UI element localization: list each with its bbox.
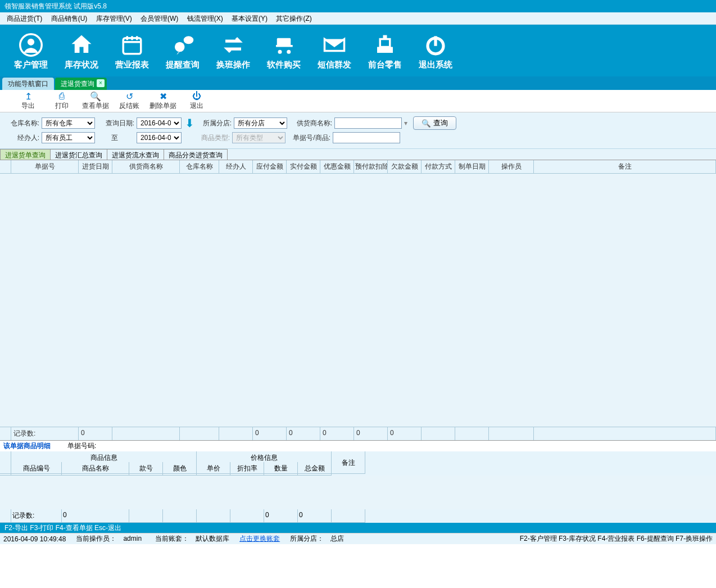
reverse-icon: ↺ — [112, 91, 146, 101]
action-print[interactable]: ⎙打印 — [45, 91, 79, 111]
branch-label: 所属分店: — [198, 119, 232, 128]
action-bar: ↥导出 ⎙打印 🔍查看单据 ↺反结账 ✖删除单据 ⏻退出 — [0, 90, 716, 112]
query-date-label: 查询日期: — [95, 119, 134, 128]
sku-input[interactable] — [333, 132, 400, 143]
tab-inout-query[interactable]: 进退货查询 × — [55, 78, 107, 90]
power-icon — [410, 31, 461, 58]
menu-member[interactable]: 会员管理(W) — [137, 12, 182, 25]
menu-settings[interactable]: 基本设置(Y) — [228, 12, 271, 25]
sub-tab-summary[interactable]: 进退货汇总查询 — [50, 149, 107, 160]
menu-goods-in[interactable]: 商品进货(T) — [3, 12, 46, 25]
svg-rect-10 — [383, 35, 387, 39]
action-exit[interactable]: ⏻退出 — [180, 91, 214, 111]
switch-db-link[interactable]: 点击更换账套 — [236, 534, 283, 544]
detail-grid: 商品信息 价格信息 备注 商品编号 商品名称 款号 颜色 单价 折扣率 数量 总… — [0, 451, 716, 523]
ptype-select: 所有类型 — [232, 132, 286, 143]
col-docno[interactable]: 单据号 — [11, 160, 79, 173]
warehouse-label: 仓库名称: — [6, 119, 39, 128]
mail-icon — [309, 31, 360, 58]
dcol-qty[interactable]: 数量 — [264, 462, 298, 476]
tool-pos[interactable]: 前台零售 — [360, 31, 410, 70]
tool-purchase[interactable]: 软件购买 — [259, 31, 309, 70]
sub-tab-flow[interactable]: 进退货流水查询 — [107, 149, 164, 160]
dcol-color[interactable]: 颜色 — [163, 462, 197, 476]
col-payable[interactable]: 应付金额 — [253, 160, 287, 173]
col-prepay[interactable]: 预付款扣除 — [354, 160, 388, 173]
dcol-total[interactable]: 总金额 — [298, 462, 332, 476]
col-remark[interactable]: 备注 — [534, 160, 716, 173]
date-from-select[interactable]: 2016-04-01 — [137, 117, 182, 129]
cart-icon — [259, 31, 309, 58]
dcol-price[interactable]: 单价 — [197, 462, 230, 476]
user-icon — [6, 31, 56, 58]
menu-bar: 商品进货(T) 商品销售(U) 库存管理(V) 会员管理(W) 钱流管理(X) … — [0, 12, 716, 25]
handler-select[interactable]: 所有员工 — [42, 132, 95, 143]
col-paid[interactable]: 实付金额 — [287, 160, 320, 173]
dcol-name[interactable]: 商品名称 — [62, 462, 129, 476]
export-icon: ↥ — [11, 91, 45, 101]
col-supplier[interactable]: 供货商名称 — [112, 160, 180, 173]
title-bar: 领智服装销售管理系统 试用版v5.8 — [0, 0, 716, 12]
svg-point-4 — [184, 36, 194, 44]
dcol-code[interactable]: 商品编号 — [11, 462, 62, 476]
warehouse-select[interactable]: 所有仓库 — [42, 117, 95, 129]
action-export[interactable]: ↥导出 — [11, 91, 45, 111]
arrow-down-icon[interactable]: ⬇ — [185, 116, 194, 130]
col-warehouse[interactable]: 仓库名称 — [180, 160, 219, 173]
main-grid: 单据号 进货日期 供货商名称 仓库名称 经办人 应付金额 实付金额 优惠金额 预… — [0, 160, 716, 440]
col-paytype[interactable]: 付款方式 — [422, 160, 455, 173]
close-icon[interactable]: × — [97, 79, 105, 87]
svg-point-7 — [287, 49, 291, 53]
date-to-select[interactable]: 2016-04-09 — [137, 132, 182, 143]
sub-tabs: 进退货单查询 进退货汇总查询 进退货流水查询 商品分类进货查询 — [0, 149, 716, 160]
tool-remind-query[interactable]: 提醒查询 — [157, 31, 208, 70]
register-icon — [360, 31, 410, 58]
status-op: 当前操作员：admin — [69, 534, 148, 544]
detail-body[interactable] — [0, 476, 716, 509]
menu-stock[interactable]: 库存管理(V) — [93, 12, 135, 25]
grid-header: 单据号 进货日期 供货商名称 仓库名称 经办人 应付金额 实付金额 优惠金额 预… — [0, 160, 716, 174]
tool-customer-mgmt[interactable]: 客户管理 — [6, 31, 56, 70]
detail-docno-label: 单据号码: — [67, 441, 96, 451]
action-delete-doc[interactable]: ✖删除单据 — [146, 91, 180, 111]
tool-exit[interactable]: 退出系统 — [410, 31, 461, 70]
menu-other[interactable]: 其它操作(Z) — [273, 12, 315, 25]
col-create[interactable]: 制单日期 — [455, 160, 489, 173]
tool-sms[interactable]: 短信群发 — [309, 31, 360, 70]
query-button[interactable]: 🔍查询 — [413, 116, 456, 130]
sub-tab-category[interactable]: 商品分类进货查询 — [164, 149, 228, 160]
swap-icon — [208, 31, 259, 58]
col-handler[interactable]: 经办人 — [219, 160, 253, 173]
menu-money[interactable]: 钱流管理(X) — [184, 12, 226, 25]
status-db: 当前账套：默认数据库 — [148, 534, 236, 544]
supplier-lookup-icon[interactable]: ▾ — [404, 119, 407, 127]
col-owe[interactable]: 欠款金额 — [388, 160, 422, 173]
detail-footer: 记录数: 0 0 0 — [0, 509, 716, 523]
print-icon: ⎙ — [45, 91, 79, 101]
tab-nav-window[interactable]: 功能导航窗口 — [2, 78, 54, 90]
talk-icon — [157, 31, 208, 58]
tool-reports[interactable]: 营业报表 — [107, 31, 157, 70]
supplier-input[interactable] — [334, 117, 402, 129]
col-operator[interactable]: 操作员 — [489, 160, 534, 173]
action-reverse[interactable]: ↺反结账 — [112, 91, 146, 111]
home-icon — [56, 31, 107, 58]
branch-select[interactable]: 所有分店 — [234, 117, 287, 129]
tool-shift[interactable]: 换班操作 — [208, 31, 259, 70]
col-indate[interactable]: 进货日期 — [79, 160, 112, 173]
detail-title: 该单据商品明细 — [3, 441, 51, 451]
view-icon: 🔍 — [79, 91, 112, 101]
svg-rect-2 — [123, 38, 141, 53]
menu-goods-sale[interactable]: 商品销售(U) — [48, 12, 91, 25]
hint-bar: F2-导出 F3-打印 F4-查看单据 Esc-退出 — [0, 523, 716, 533]
action-view-doc[interactable]: 🔍查看单据 — [79, 91, 112, 111]
col-discount[interactable]: 优惠金额 — [320, 160, 354, 173]
supplier-label: 供货商名称: — [287, 119, 332, 128]
sub-tab-doc-query[interactable]: 进退货单查询 — [0, 149, 51, 160]
tool-stock-status[interactable]: 库存状况 — [56, 31, 107, 70]
svg-point-1 — [28, 38, 34, 45]
dcol-style[interactable]: 款号 — [129, 462, 163, 476]
grid-body[interactable] — [0, 174, 716, 427]
filter-panel: 仓库名称: 所有仓库 查询日期: 2016-04-01 ⬇ 所属分店: 所有分店… — [0, 112, 716, 149]
dcol-discount[interactable]: 折扣率 — [230, 462, 264, 476]
